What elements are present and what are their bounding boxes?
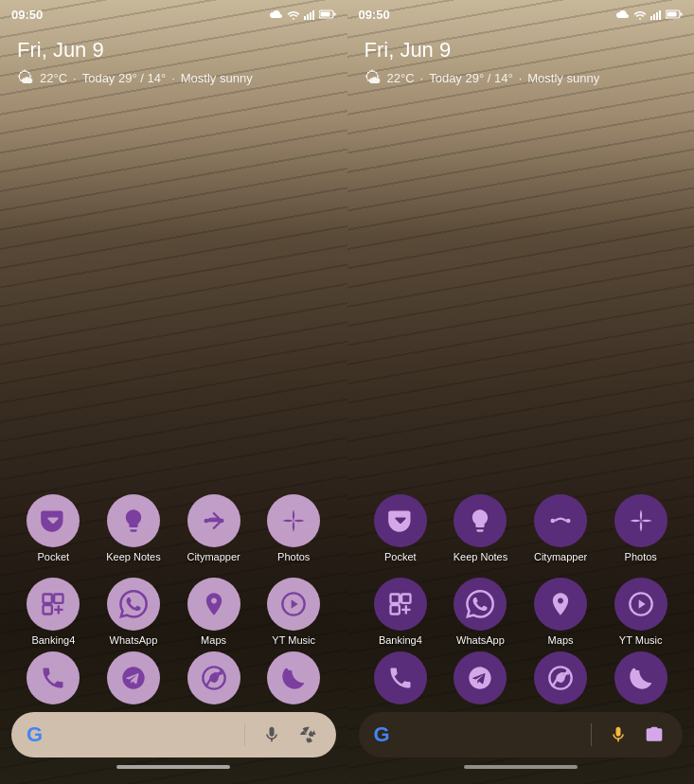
svg-rect-0 (304, 16, 306, 20)
sun-icon-dark: 🌤 (365, 68, 382, 88)
ytmusic-label-dark: YT Music (619, 634, 663, 646)
svg-rect-19 (659, 10, 661, 20)
app-phone-dark[interactable] (366, 651, 435, 708)
google-g-light[interactable]: G (27, 722, 43, 747)
svg-rect-25 (390, 595, 399, 603)
whatsapp-icon (119, 590, 148, 618)
sleep-icon-wrap (267, 651, 320, 704)
maps-icon (201, 591, 227, 617)
maps-icon-dark (547, 591, 574, 617)
app-photos-dark[interactable]: Photos (607, 494, 675, 562)
app-row-2-light: Banking4 WhatsApp Maps YT (13, 578, 334, 646)
weather-info-dark: 🌤 22°C · Today 29° / 14° · Mostly sunny (365, 68, 678, 88)
weather-forecast-light: Today 29° / 14° (82, 71, 166, 85)
svg-rect-10 (54, 595, 62, 603)
maps-icon-wrap-dark (534, 578, 587, 631)
app-sleep-light[interactable] (259, 651, 328, 708)
banking-icon (40, 591, 66, 617)
chromium-icon-dark (547, 665, 574, 691)
app-sleep-dark[interactable] (607, 651, 675, 708)
svg-rect-26 (401, 595, 410, 603)
app-whatsapp-light[interactable]: WhatsApp (99, 578, 168, 646)
signal-icon-dark (650, 9, 662, 20)
bottom-app-row-light (0, 651, 347, 708)
weather-temp-light: 22°C (40, 71, 67, 85)
status-bar-dark: 09:50 (347, 0, 695, 27)
app-banking-light[interactable]: Banking4 (19, 578, 87, 646)
whatsapp-label-dark: WhatsApp (456, 634, 505, 646)
app-row-1-dark: Pocket Keep Notes Citymapper (361, 494, 682, 562)
banking-icon-wrap-dark (374, 578, 427, 631)
svg-point-24 (566, 519, 571, 524)
citymapper-label: Citymapper (187, 551, 240, 562)
mic-icon-dark (609, 725, 628, 744)
app-chromium-light[interactable] (180, 651, 248, 708)
app-telegram-dark[interactable] (446, 651, 514, 708)
ytmusic-icon (280, 591, 307, 617)
app-ytmusic-dark[interactable]: YT Music (607, 578, 675, 646)
phone-icon-dark (387, 665, 414, 691)
keepnotes-icon-wrap-dark (454, 494, 507, 547)
banking-label-dark: Banking4 (379, 634, 422, 646)
arrow-icon (201, 508, 227, 534)
app-ytmusic-light[interactable]: YT Music (259, 578, 328, 646)
app-citymapper-dark[interactable]: Citymapper (526, 494, 595, 562)
chromium-icon-wrap (187, 651, 240, 704)
google-g-dark[interactable]: G (374, 722, 390, 747)
photos-label: Photos (277, 551, 310, 562)
weather-dot: · (73, 71, 77, 85)
weather-widget-light: Fri, Jun 9 🌤 22°C · Today 29° / 14° · Mo… (0, 27, 347, 96)
app-citymapper-light[interactable]: Citymapper (180, 494, 248, 562)
app-banking-dark[interactable]: Banking4 (366, 578, 435, 646)
app-keepnotes-light[interactable]: Keep Notes (99, 494, 168, 562)
app-whatsapp-dark[interactable]: WhatsApp (446, 578, 514, 646)
mic-button-light[interactable] (258, 722, 285, 748)
app-row-1-light: Pocket Keep Notes Citymapper (13, 494, 334, 562)
app-grid-light: Pocket Keep Notes Citymapper (0, 494, 347, 661)
svg-rect-17 (653, 14, 655, 20)
dock-separator (244, 723, 245, 746)
bulb-icon-dark (467, 508, 493, 534)
whatsapp-icon-dark (466, 590, 494, 618)
weather-temp-dark: 22°C (387, 71, 415, 85)
app-pocket-dark[interactable]: Pocket (366, 494, 435, 562)
app-telegram-light[interactable] (99, 651, 168, 708)
ytmusic-icon-dark (628, 591, 654, 617)
wifi-icon (287, 9, 300, 20)
svg-rect-6 (320, 12, 329, 17)
camera-icon (298, 725, 317, 744)
whatsapp-icon-wrap (107, 578, 160, 631)
svg-rect-5 (333, 13, 335, 16)
weather-info-light: 🌤 22°C · Today 29° / 14° · Mostly sunny (17, 68, 330, 88)
pocket-icon (40, 508, 66, 534)
photos-icon-wrap (267, 494, 320, 547)
svg-rect-21 (681, 13, 683, 16)
chromium-icon-wrap-dark (534, 651, 587, 704)
photos-label-dark: Photos (625, 551, 657, 562)
svg-point-23 (551, 519, 556, 524)
app-keepnotes-dark[interactable]: Keep Notes (446, 494, 514, 562)
ytmusic-icon-wrap-dark (614, 578, 667, 631)
sun-icon: 🌤 (17, 68, 34, 88)
sleep-icon (280, 665, 307, 691)
svg-rect-3 (312, 10, 314, 20)
app-photos-light[interactable]: Photos (259, 494, 328, 562)
phone-screen-dark: 09:50 Fri, Jun 9 🌤 22 (347, 0, 695, 784)
app-maps-light[interactable]: Maps (180, 578, 248, 646)
app-phone-light[interactable] (19, 651, 87, 708)
app-chromium-dark[interactable] (526, 651, 595, 708)
bulb-icon (120, 508, 147, 534)
dock-dark: G (359, 712, 684, 757)
app-pocket-light[interactable]: Pocket (19, 494, 87, 562)
battery-icon (319, 9, 336, 19)
pinwheel-icon-dark (628, 508, 654, 534)
banking-label: Banking4 (31, 634, 75, 646)
app-maps-dark[interactable]: Maps (526, 578, 595, 646)
camera-button-dark[interactable] (641, 722, 667, 748)
status-icons-dark (616, 9, 683, 20)
pinwheel-icon (280, 508, 307, 534)
mic-button-dark[interactable] (605, 722, 632, 748)
camera-button-light[interactable] (294, 722, 321, 748)
maps-label: Maps (201, 634, 226, 646)
weather-dot2: · (171, 71, 175, 85)
